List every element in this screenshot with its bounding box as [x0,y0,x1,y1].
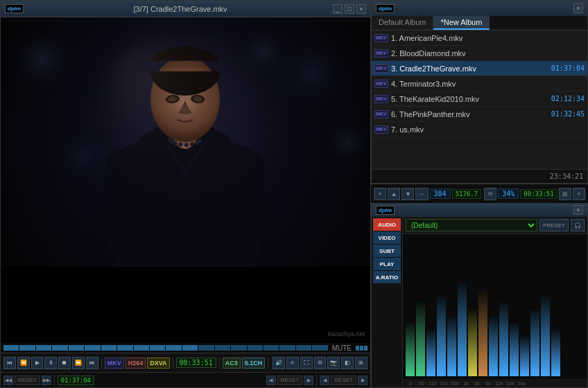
seek-seg-15 [231,345,246,351]
pl-scan-button[interactable]: ⟲ [484,188,496,200]
volume-button[interactable]: 🔊 [273,357,285,369]
extra-btn-2[interactable]: ⊞ [355,357,368,369]
eq-close-button[interactable]: × [573,205,583,215]
extra-btn-1[interactable]: ◧ [341,357,354,369]
pause-button[interactable]: ⏸ [44,357,57,369]
stop-button[interactable]: ⏹ [58,357,71,369]
minimize-button[interactable]: _ [333,4,343,14]
playlist-item[interactable]: MKV7. us.mkv [372,122,587,137]
prev-button[interactable]: ⏮ [3,357,16,369]
tab-new-album[interactable]: *New Album [433,16,490,30]
play-button[interactable]: ▶ [31,357,44,369]
eq-logo: dplm [376,206,395,215]
tab-default-album[interactable]: Default Album [372,16,433,30]
vol-seg-3 [364,346,368,351]
eq-bar [499,299,508,376]
eq-bar [541,292,550,376]
eq-bar [478,285,487,376]
forward-button[interactable]: ⏩ [72,357,85,369]
t-left2[interactable]: ◀ [320,376,329,385]
fullscreen-button[interactable]: ⛶ [300,357,313,369]
seek-seg-2 [19,345,35,351]
t-right2[interactable]: ▶ [358,376,368,385]
eq-preset-select[interactable]: (Default) [406,219,537,231]
equalizer-panel: dplm × AUDIOVIDEOSUBTPLAYA.RATIO (Defaul… [371,203,588,388]
seek-seg-11 [166,345,181,351]
pl-extra-1[interactable]: ⊞ [559,188,571,200]
left-panel: dplm [3/7] Cradle2TheGrave.mkv _ □ × kaz… [0,0,371,388]
eq-btn-video[interactable]: VIDEO [373,231,401,244]
screenshot-button[interactable]: 📷 [327,357,340,369]
playlist-titlebar: dplm × [372,1,587,16]
eq-btn-subt[interactable]: SUBT [373,245,401,257]
eq-btn-audio[interactable]: AUDIO [373,218,401,231]
close-button[interactable]: × [356,4,366,14]
pl-remove-button[interactable]: − [415,188,428,200]
eq-bar [551,328,560,376]
eq-freq-label: 16k [517,381,526,386]
pl-up-button[interactable]: ▲ [388,188,400,200]
seek-seg-6 [85,345,100,351]
seek-bar[interactable]: MUTE [1,343,370,353]
t-sep2 [316,375,317,386]
eq-btn-play[interactable]: PLAY [373,258,401,270]
main-container: dplm [3/7] Cradle2TheGrave.mkv _ □ × kaz… [0,0,588,388]
eq-bar [416,299,425,376]
item-mkv-icon: MKV [374,110,388,118]
playlist-panel: dplm × Default Album *New Album MKV1. Am… [371,0,588,184]
sep-1 [101,358,102,369]
h264-badge: H264 [126,358,146,369]
seek-segments[interactable] [3,345,328,351]
item-mkv-icon: MKV [374,125,388,134]
t-reset-1[interactable]: RESET [15,376,40,385]
pl-down-button[interactable]: ▼ [401,188,414,200]
sep-4 [268,358,268,369]
t-reset-3[interactable]: RESET [331,376,356,385]
pl-time-info: 5176.7 [452,189,482,199]
eq-bar [530,307,539,377]
t-fwd[interactable]: ▶▶ [42,376,51,385]
t-left[interactable]: ◀ [266,376,276,385]
window-controls: _ □ × [333,4,366,14]
dxva-badge: DXVA [147,358,169,369]
item-mkv-icon: MKV [374,64,388,73]
t-reset-2[interactable]: RESET [277,376,303,385]
seek-seg-1 [3,345,19,351]
playlist-item[interactable]: MKV6. ThePinkPanther.mkv01:32:45 [372,107,587,122]
settings-button[interactable]: ⚙ [314,357,327,369]
playlist-item[interactable]: MKV3. Cradle2TheGrave.mkv01:37:04 [372,61,587,76]
eq-bar [520,335,529,376]
playlist-item[interactable]: MKV4. Terminator3.mkv [372,76,587,91]
eq-freq-label: 14k [505,381,515,386]
eq-freq-label: 1k [461,381,471,386]
pl-add-button[interactable]: + [374,188,386,200]
playlist-logo: dplm [376,4,395,13]
playlist-close-button[interactable]: × [573,3,583,13]
eq-preset-button[interactable]: PRESET [539,219,569,231]
watermark: kazachya.net [328,330,365,337]
eq-bar [489,314,498,376]
next-button[interactable]: ⏭ [86,357,98,369]
eq-headphones-button[interactable]: 🎧 [571,219,585,231]
maximize-button[interactable]: □ [345,4,354,14]
seek-seg-8 [117,345,132,351]
seek-seg-18 [279,345,295,351]
t-right[interactable]: ▶ [304,376,313,385]
eq-freq-label: 4 [406,381,415,386]
sep-2 [173,358,173,369]
playlist-button[interactable]: ≡ [286,357,299,369]
eq-content-area: AUDIOVIDEOSUBTPLAYA.RATIO (Default) PRES… [372,217,587,387]
eq-bar [447,314,456,376]
pl-extra-2[interactable]: + [573,188,585,200]
playlist-item[interactable]: MKV1. AmericanPie4.mkv [372,30,587,46]
t-prev[interactable]: ◀◀ [3,376,13,385]
playlist-item[interactable]: MKV5. TheKarateKid2010.mkv02:12:34 [372,91,587,107]
eq-bar [426,328,435,376]
rewind-button[interactable]: ⏪ [17,357,30,369]
eq-freq-labels: 4601103105001k3k6k12k14k16k [403,379,587,387]
eq-btn-aratio[interactable]: A.RATIO [373,271,401,283]
playlist-item[interactable]: MKV2. BloodDiamond.mkv [372,46,587,61]
playlist-status: 23:34:21 [372,169,587,183]
item-filename: 1. AmericanPie4.mkv [391,34,585,42]
player-titlebar: dplm [3/7] Cradle2TheGrave.mkv _ □ × [1,1,370,17]
